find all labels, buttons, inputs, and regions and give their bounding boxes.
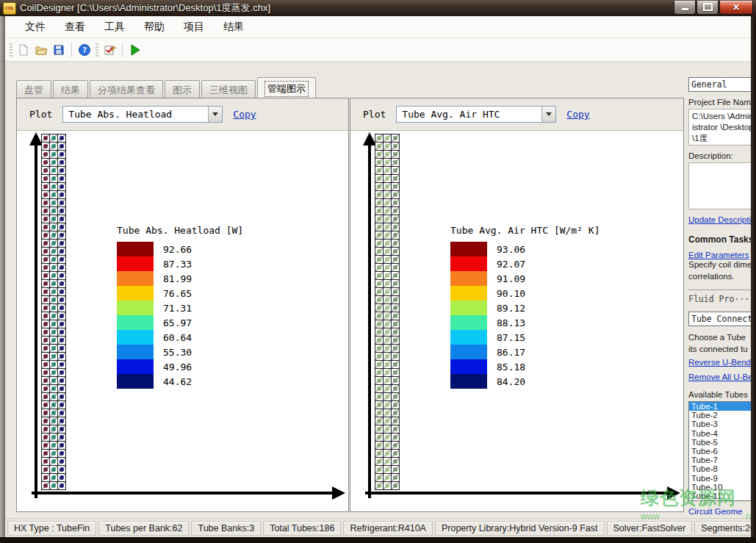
list-item-tube-3[interactable]: Tube-3 bbox=[689, 420, 751, 428]
task-sidebar: General Project File Name C:\Users \Admi… bbox=[688, 77, 751, 515]
tube-dot bbox=[43, 306, 48, 310]
minimize-button[interactable] bbox=[674, 1, 696, 15]
dropdown-button[interactable] bbox=[541, 107, 555, 122]
tube-cell bbox=[50, 248, 57, 255]
tube-cell bbox=[375, 183, 383, 190]
copy-link[interactable]: Copy bbox=[233, 109, 256, 120]
plot-type-dropdown[interactable]: Tube Abs. Heatload bbox=[62, 106, 223, 123]
tube-cell bbox=[384, 466, 391, 473]
tube-cell bbox=[58, 272, 65, 279]
list-item-tube-2[interactable]: Tube-2 bbox=[689, 411, 751, 420]
list-item-tube-1[interactable]: Tube-1 bbox=[689, 402, 751, 411]
tube-dot bbox=[43, 209, 48, 213]
tab-分项结果查看[interactable]: 分项结果查看 bbox=[90, 80, 163, 98]
tab-三维视图[interactable]: 三维视图 bbox=[201, 80, 256, 98]
tube-cell bbox=[375, 264, 383, 271]
close-button[interactable]: ✕ bbox=[719, 1, 753, 15]
tube-cell bbox=[392, 369, 399, 376]
remove-all-ubends-link[interactable]: Remove All U-Bends bbox=[688, 373, 751, 381]
tube-dot bbox=[43, 184, 48, 189]
tube-dot bbox=[385, 411, 389, 415]
reverse-ubends-link[interactable]: Reverse U-Bends bbox=[688, 358, 751, 367]
list-item-tube-9[interactable]: Tube-9 bbox=[689, 474, 751, 483]
menu-item-5[interactable]: 项目 bbox=[174, 17, 214, 37]
list-item-tube-8[interactable]: Tube-8 bbox=[689, 464, 751, 473]
tube-dot bbox=[385, 451, 389, 456]
tube-dot bbox=[51, 346, 56, 350]
legend-entry: 92.07 bbox=[450, 256, 600, 271]
tube-cell bbox=[392, 199, 399, 206]
tube-dot bbox=[377, 443, 381, 447]
plot-type-dropdown[interactable]: Tube Avg. Air HTC bbox=[396, 106, 556, 123]
tube-cell bbox=[384, 434, 391, 441]
tab-盘管[interactable]: 盘管 bbox=[16, 80, 51, 98]
available-tubes-listbox[interactable]: Tube-1Tube-2Tube-3Tube-4Tube-5Tube-6Tube… bbox=[688, 401, 751, 501]
close-icon: ✕ bbox=[732, 2, 740, 12]
tube-dot bbox=[385, 427, 389, 431]
open-file-button[interactable] bbox=[32, 41, 50, 59]
tube-cell bbox=[392, 466, 399, 473]
tab-图示[interactable]: 图示 bbox=[165, 80, 200, 98]
tab-管端图示[interactable]: 管端图示 bbox=[257, 77, 316, 98]
tube-cell bbox=[42, 134, 49, 142]
tube-cell bbox=[392, 288, 399, 295]
status-items: HX Type : TubeFinTubes per Bank:62Tube B… bbox=[7, 521, 756, 536]
help-button[interactable]: ? bbox=[76, 41, 93, 59]
menu-item-4[interactable]: 帮助 bbox=[134, 17, 174, 37]
tube-dot bbox=[377, 370, 381, 375]
menu-item-1[interactable]: 文件 bbox=[15, 17, 55, 37]
update-description-link[interactable]: Update Description bbox=[688, 215, 751, 224]
save-button[interactable] bbox=[50, 41, 68, 59]
tube-dot bbox=[385, 136, 389, 140]
tube-cell bbox=[42, 377, 49, 384]
legend-value: 84.20 bbox=[497, 376, 525, 387]
edit-parameters-link[interactable]: Edit Parameters bbox=[688, 251, 751, 259]
tube-cell bbox=[375, 482, 383, 489]
save-icon bbox=[52, 43, 65, 57]
circuit-geometry-link[interactable]: Circuit Geome bbox=[688, 507, 751, 515]
tube-dot bbox=[377, 411, 381, 415]
dropdown-button[interactable] bbox=[208, 107, 222, 122]
legend-entry: 84.20 bbox=[450, 374, 600, 389]
tube-dot bbox=[51, 217, 56, 221]
tube-dot bbox=[51, 395, 56, 399]
tube-cell bbox=[50, 442, 57, 449]
run-button[interactable] bbox=[126, 41, 144, 59]
tube-dot bbox=[377, 233, 381, 237]
tube-cell bbox=[50, 215, 57, 223]
tube-cell bbox=[42, 143, 49, 150]
tube-cell bbox=[375, 199, 383, 206]
menu-item-6[interactable]: 结果 bbox=[214, 17, 253, 37]
tube-dot bbox=[393, 395, 397, 399]
toolbar-grip bbox=[96, 43, 98, 57]
tube-cell bbox=[375, 434, 383, 441]
tab-label: 分项结果查看 bbox=[98, 84, 155, 97]
tube-dot bbox=[43, 217, 48, 221]
list-item-tube-4[interactable]: Tube-4 bbox=[689, 429, 751, 438]
tube-dot bbox=[60, 451, 64, 456]
project-path-box[interactable]: C:\Users \Administrator \Desktop\1度 bbox=[688, 109, 751, 145]
list-item-tube-10[interactable]: Tube-10 bbox=[689, 483, 751, 492]
list-item-tube-11[interactable]: Tube-11 bbox=[689, 492, 751, 500]
copy-link[interactable]: Copy bbox=[566, 109, 589, 120]
tube-cell bbox=[42, 183, 49, 190]
section-fluid-properties[interactable]: Fluid Pro··· bbox=[688, 290, 751, 304]
tube-cell bbox=[42, 240, 49, 247]
menu-item-2[interactable]: 查看 bbox=[55, 17, 95, 37]
description-textarea[interactable] bbox=[688, 162, 751, 209]
tube-dot bbox=[60, 249, 64, 253]
validate-button[interactable] bbox=[101, 41, 118, 59]
maximize-button[interactable] bbox=[696, 1, 719, 15]
tube-dot bbox=[43, 249, 48, 253]
list-item-tube-5[interactable]: Tube-5 bbox=[689, 438, 751, 447]
list-item-tube-7[interactable]: Tube-7 bbox=[689, 456, 751, 464]
legend-color-swatch bbox=[117, 330, 154, 345]
list-item-tube-6[interactable]: Tube-6 bbox=[689, 447, 751, 456]
tube-cell bbox=[58, 401, 65, 409]
tube-cell bbox=[58, 248, 65, 255]
tab-结果[interactable]: 结果 bbox=[53, 80, 88, 98]
menu-item-3[interactable]: 工具 bbox=[95, 17, 134, 37]
tube-cell bbox=[375, 425, 383, 433]
tube-dot bbox=[385, 249, 389, 253]
new-document-button[interactable] bbox=[15, 41, 32, 59]
